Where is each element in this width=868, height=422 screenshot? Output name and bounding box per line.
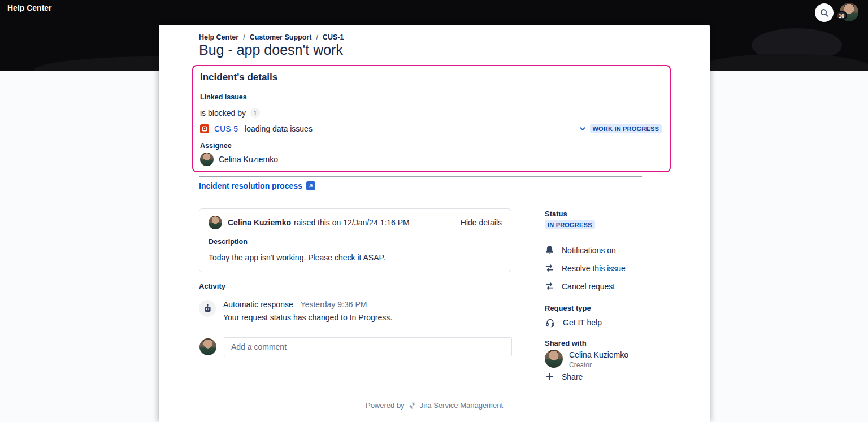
notifications-label: Notifications on: [562, 246, 616, 255]
jira-service-management-link[interactable]: Jira Service Management: [420, 401, 503, 410]
card-footer: Powered by Jira Service Management: [159, 401, 710, 410]
status-badge: IN PROGRESS: [545, 220, 595, 229]
breadcrumb-customer-support[interactable]: Customer Support: [250, 33, 312, 41]
activity-message: Your request status has changed to In Pr…: [223, 313, 392, 322]
notification-count-badge: 10: [836, 11, 847, 20]
breadcrumb-help-center[interactable]: Help Center: [199, 33, 238, 41]
activity-item-body: Automatic response Yesterday 9:36 PM You…: [223, 300, 392, 322]
activity-heading: Activity: [199, 282, 225, 290]
breadcrumb-issue-key[interactable]: CUS-1: [323, 33, 344, 41]
shared-person-avatar: [545, 350, 563, 368]
shared-person-role: Creator: [569, 361, 628, 369]
linked-issue-status-dropdown[interactable]: WORK IN PROGRESS: [579, 124, 662, 133]
bell-icon: [545, 245, 554, 255]
blocked-by-row: is blocked by 1: [200, 108, 260, 118]
external-link-icon: [306, 181, 315, 190]
linked-issues-label: Linked issues: [200, 93, 247, 101]
linked-issue-summary: loading data issues: [245, 124, 313, 133]
assignee-name: Celina Kuziemko: [219, 155, 278, 164]
request-type-row: Get IT help: [545, 317, 602, 328]
swap-arrows-icon: [545, 281, 554, 291]
shared-with-label: Shared with: [545, 339, 587, 347]
powered-by-text: Powered by: [366, 401, 405, 410]
linked-issue-key[interactable]: CUS-5: [214, 124, 238, 133]
incident-resolution-process-link[interactable]: Incident resolution process: [199, 181, 315, 190]
automation-robot-icon: [199, 300, 216, 317]
original-request-card: Celina Kuziemko raised this on 12/Jan/24…: [199, 208, 511, 272]
plus-icon: [545, 372, 554, 381]
headset-icon: [545, 317, 555, 328]
share-button[interactable]: Share: [545, 372, 583, 381]
jira-logo-icon: [408, 401, 416, 410]
comment-input[interactable]: [224, 337, 512, 356]
shared-person-name: Celina Kuziemko: [569, 350, 628, 359]
request-detail-card: Help Center/Customer Support/CUS-1 Bug -…: [159, 25, 710, 422]
incident-details-box: Incident's details Linked issues is bloc…: [192, 65, 671, 172]
resolve-issue-button[interactable]: Resolve this issue: [545, 263, 626, 273]
request-type-label: Request type: [545, 304, 591, 312]
swap-arrows-icon: [545, 263, 554, 273]
notifications-toggle[interactable]: Notifications on: [545, 245, 616, 255]
linked-issue-row[interactable]: CUS-5 loading data issues WORK IN PROGRE…: [200, 121, 662, 136]
share-label: Share: [562, 372, 583, 381]
add-comment-row: [199, 337, 512, 356]
blocked-by-count-badge: 1: [250, 108, 260, 118]
request-type-value: Get IT help: [563, 318, 602, 327]
request-header: Celina Kuziemko raised this on 12/Jan/24…: [209, 216, 502, 229]
help-center-title: Help Center: [7, 3, 52, 12]
chevron-down-icon: [579, 125, 587, 133]
activity-timestamp: Yesterday 9:36 PM: [301, 300, 367, 309]
current-user-avatar: [199, 338, 216, 355]
section-divider: [199, 176, 642, 177]
search-icon: [819, 8, 830, 18]
hide-details-button[interactable]: Hide details: [461, 218, 502, 227]
reporter-name: Celina Kuziemko: [228, 218, 291, 227]
breadcrumb-separator: /: [243, 33, 245, 41]
incident-resolution-process-label: Incident resolution process: [199, 181, 302, 190]
description-label: Description: [209, 238, 502, 246]
cancel-request-button[interactable]: Cancel request: [545, 281, 615, 291]
status-label: Status: [545, 210, 567, 218]
activity-item: Automatic response Yesterday 9:36 PM You…: [199, 300, 392, 322]
incident-type-icon: [200, 124, 209, 133]
banner-hill-shape: [701, 54, 868, 71]
assignee-row: Celina Kuziemko: [200, 153, 278, 166]
search-button[interactable]: [815, 3, 834, 22]
description-text: Today the app isn't working. Please chec…: [209, 253, 502, 262]
reporter-avatar: [209, 216, 222, 229]
breadcrumb: Help Center/Customer Support/CUS-1: [199, 33, 344, 41]
cancel-request-label: Cancel request: [562, 282, 615, 291]
activity-author: Automatic response: [223, 300, 293, 309]
assignee-label: Assignee: [200, 142, 232, 150]
page-title: Bug - app doesn't work: [199, 42, 343, 58]
linked-issue-status-lozenge: WORK IN PROGRESS: [590, 124, 662, 133]
breadcrumb-separator: /: [316, 33, 318, 41]
incident-details-heading: Incident's details: [200, 72, 277, 83]
shared-person-row: Celina Kuziemko Creator: [545, 350, 628, 369]
resolve-issue-label: Resolve this issue: [562, 264, 626, 273]
assignee-avatar: [200, 153, 214, 166]
blocked-by-label: is blocked by: [200, 108, 246, 118]
raised-on-text: raised this on 12/Jan/24 1:16 PM: [294, 218, 410, 227]
